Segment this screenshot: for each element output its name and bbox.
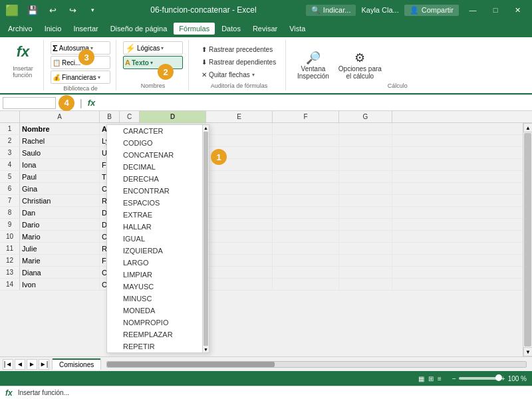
cell-g4[interactable] — [339, 159, 392, 170]
cell-a8[interactable]: Dan — [20, 207, 100, 218]
search-box[interactable]: 🔍 Indicar... — [306, 5, 356, 16]
menu-item-minusc[interactable]: MINUSC — [107, 293, 209, 305]
cell-e12[interactable] — [206, 255, 273, 266]
cell-a4[interactable]: Iona — [20, 159, 100, 170]
share-button[interactable]: 👤 Compartir — [404, 5, 459, 16]
scroll-down-button[interactable]: ▼ — [523, 347, 532, 356]
cell-g2[interactable] — [339, 135, 392, 146]
zoom-slider-track[interactable] — [459, 377, 499, 380]
cell-f4[interactable] — [273, 159, 339, 170]
dropdown-scroll-down[interactable]: ▼ — [203, 346, 209, 352]
cell-f14[interactable] — [273, 279, 339, 290]
cell-a6[interactable]: Gina — [20, 183, 100, 194]
dropdown-scroll-thumb[interactable] — [203, 132, 208, 346]
cell-g3[interactable] — [339, 147, 392, 158]
normal-view-button[interactable]: ▦ — [418, 375, 424, 382]
cell-f8[interactable] — [273, 207, 339, 218]
cell-f9[interactable] — [273, 219, 339, 230]
sheet-nav-prev[interactable]: ◄ — [15, 359, 25, 370]
menu-item-extrae[interactable]: EXTRAE — [107, 209, 209, 221]
cell-f2[interactable] — [273, 135, 339, 146]
menu-vista[interactable]: Vista — [284, 23, 311, 35]
quitar-flechas-button[interactable]: ✕ Quitar flechas ▾ — [198, 69, 280, 80]
dropdown-scroll-up[interactable]: ▲ — [203, 125, 209, 131]
menu-diseno[interactable]: Diseño de página — [105, 23, 173, 35]
cell-g14[interactable] — [339, 279, 392, 290]
cell-e8[interactable] — [206, 207, 273, 218]
cell-f1[interactable] — [273, 123, 339, 134]
menu-item-limpiar[interactable]: LIMPIAR — [107, 269, 209, 281]
cell-a12[interactable]: Marie — [20, 255, 100, 266]
menu-item-concatenar[interactable]: CONCATENAR — [107, 149, 209, 161]
cell-e11[interactable] — [206, 243, 273, 254]
menu-item-encontrar[interactable]: ENCONTRAR — [107, 185, 209, 197]
menu-item-derecha[interactable]: DERECHA — [107, 173, 209, 185]
col-header-g[interactable]: G — [339, 111, 392, 122]
col-header-a[interactable]: A — [20, 111, 100, 122]
horizontal-scrollbar[interactable] — [106, 361, 527, 368]
page-break-button[interactable]: ≡ — [438, 375, 442, 382]
scroll-thumb[interactable] — [524, 133, 531, 346]
rastrear-precedentes-button[interactable]: ⬆ Rastrear precedentes — [198, 44, 280, 55]
cell-f5[interactable] — [273, 171, 339, 182]
cell-f7[interactable] — [273, 195, 339, 206]
cell-a11[interactable]: Julie — [20, 243, 100, 254]
cell-e10[interactable] — [206, 231, 273, 242]
customize-qat-button[interactable]: ▾ — [84, 1, 101, 19]
cell-g6[interactable] — [339, 183, 392, 194]
cell-g10[interactable] — [339, 231, 392, 242]
menu-insertar[interactable]: Insertar — [68, 23, 103, 35]
name-box[interactable] — [3, 97, 56, 109]
maximize-button[interactable]: □ — [487, 1, 504, 19]
menu-item-izquierda[interactable]: IZQUIERDA — [107, 245, 209, 257]
cell-f12[interactable] — [273, 255, 339, 266]
menu-item-codigo[interactable]: CODIGO — [107, 137, 209, 149]
cell-e9[interactable] — [206, 219, 273, 230]
cell-a14[interactable]: Ivon — [20, 279, 100, 290]
save-button[interactable]: 💾 — [24, 1, 41, 19]
cell-f11[interactable] — [273, 243, 339, 254]
cell-a3[interactable]: Saulo — [20, 147, 100, 158]
logicas-dropdown[interactable]: ⚡ Lógicas ▾ — [123, 41, 183, 55]
cell-e1[interactable] — [206, 123, 273, 134]
menu-datos[interactable]: Datos — [216, 23, 246, 35]
menu-item-nompropio[interactable]: NOMPROPIO — [107, 317, 209, 329]
cell-g11[interactable] — [339, 243, 392, 254]
redo-button[interactable]: ↪ — [64, 1, 81, 19]
menu-item-largo[interactable]: LARGO — [107, 257, 209, 269]
menu-item-reemplazar[interactable]: REEMPLAZAR — [107, 329, 209, 340]
vertical-scrollbar[interactable]: ▲ ▼ — [523, 123, 532, 356]
cell-e13[interactable] — [206, 267, 273, 278]
opciones-calculo-button[interactable]: ⚙ Opciones parael cálculo — [335, 49, 385, 82]
col-header-d[interactable]: D — [140, 111, 206, 122]
scroll-up-button[interactable]: ▲ — [523, 123, 532, 132]
cell-e3[interactable] — [206, 147, 273, 158]
menu-inicio[interactable]: Inicio — [39, 23, 67, 35]
menu-item-hallar[interactable]: HALLAR — [107, 221, 209, 233]
cell-f10[interactable] — [273, 231, 339, 242]
cell-g12[interactable] — [339, 255, 392, 266]
zoom-out-icon[interactable]: − — [452, 375, 456, 382]
cell-a7[interactable]: Christian — [20, 195, 100, 206]
sheet-nav-last[interactable]: ►| — [39, 359, 49, 370]
zoom-slider-thumb[interactable] — [495, 374, 502, 381]
cell-e7[interactable] — [206, 195, 273, 206]
cell-e4[interactable] — [206, 159, 273, 170]
undo-button[interactable]: ↩ — [44, 1, 61, 19]
cell-e6[interactable] — [206, 183, 273, 194]
cell-g8[interactable] — [339, 207, 392, 218]
col-header-e[interactable]: E — [206, 111, 273, 122]
cell-a1[interactable]: Nombre — [20, 123, 100, 134]
formula-input[interactable] — [100, 99, 529, 107]
col-header-c[interactable]: C — [120, 111, 140, 122]
cell-e14[interactable] — [206, 279, 273, 290]
cell-g7[interactable] — [339, 195, 392, 206]
menu-archivo[interactable]: Archivo — [3, 23, 38, 35]
menu-item-repetir[interactable]: REPETIR — [107, 340, 209, 352]
cell-a2[interactable]: Rachel — [20, 135, 100, 146]
cell-g5[interactable] — [339, 171, 392, 182]
menu-revisar[interactable]: Revisar — [247, 23, 283, 35]
cell-a10[interactable]: Mario — [20, 231, 100, 242]
menu-item-moneda[interactable]: MONEDA — [107, 305, 209, 317]
cell-g1[interactable] — [339, 123, 392, 134]
